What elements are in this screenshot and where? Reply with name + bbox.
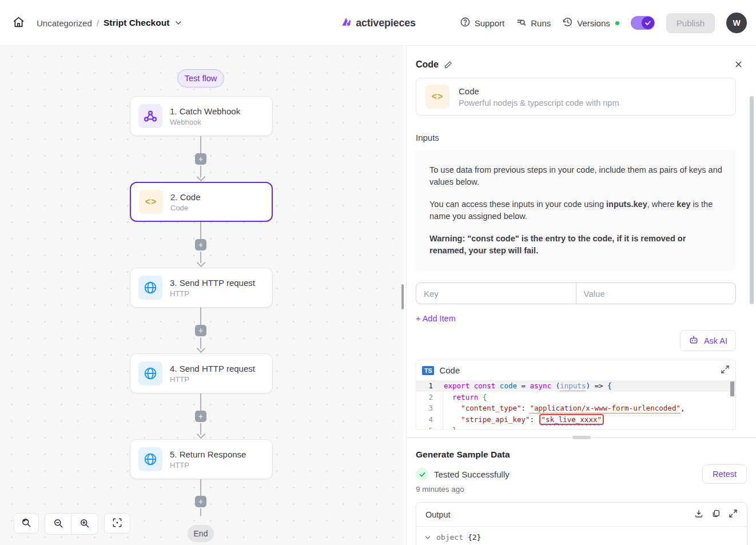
zoom-reset-button[interactable]	[14, 513, 39, 534]
breadcrumb-separator: /	[97, 18, 99, 28]
step-title: 3. Send HTTP request	[170, 278, 255, 288]
canvas-controls	[14, 513, 130, 535]
ask-ai-button[interactable]: Ask AI	[680, 330, 736, 351]
connector-line	[200, 479, 201, 496]
fit-view-button[interactable]	[104, 513, 130, 534]
output-title: Output	[425, 510, 694, 519]
arrow-down-icon	[197, 345, 204, 352]
fit-view-icon	[112, 517, 123, 530]
output-node-count: {2}	[468, 533, 481, 542]
code-editor-block: TS Code 1export const code = async (inpu…	[416, 360, 736, 430]
history-icon	[562, 17, 573, 29]
step-subtitle: HTTP	[170, 289, 255, 298]
publish-button[interactable]: Publish	[666, 13, 715, 33]
versions-label: Versions	[577, 18, 610, 28]
zoom-out-icon	[53, 518, 64, 531]
add-item-link[interactable]: + Add Item	[416, 314, 456, 323]
step-subtitle: HTTP	[170, 375, 255, 384]
step-card-catch-webhook[interactable]: 1. Catch Webhook Webhook	[130, 96, 273, 136]
output-object-row[interactable]: object {2}	[416, 527, 747, 545]
flow-canvas[interactable]: Test flow 1. Catch Webhook Webhook + <> …	[0, 46, 403, 545]
breadcrumb: Uncategorized / Stript Checkout	[37, 18, 183, 28]
step-card-code[interactable]: <> 2. Code Code	[130, 182, 273, 222]
arrow-down-icon	[197, 431, 204, 438]
panel-scrollbar[interactable]	[750, 96, 754, 304]
support-label: Support	[475, 18, 505, 28]
breadcrumb-flow-name[interactable]: Stript Checkout	[104, 18, 169, 28]
globe-icon	[138, 447, 162, 471]
zoom-in-icon	[79, 518, 90, 531]
versions-button[interactable]: Versions	[562, 17, 619, 29]
add-step-button[interactable]: +	[195, 496, 206, 507]
toggle-check-icon	[642, 17, 654, 29]
runs-label: Runs	[531, 18, 551, 28]
home-button[interactable]	[8, 13, 29, 33]
code-editor[interactable]: 1export const code = async (inputs) => {…	[416, 380, 735, 429]
editor-scrollbar[interactable]	[730, 381, 734, 396]
breadcrumb-category[interactable]: Uncategorized	[37, 18, 92, 28]
add-step-button[interactable]: +	[195, 153, 206, 165]
panel-drag-handle[interactable]	[572, 436, 591, 439]
inputs-help-box: To use data from previous steps in your …	[416, 150, 736, 270]
runs-logs-icon	[516, 17, 527, 29]
generate-sample-data-panel: Generate Sample Data Tested Successfully…	[406, 437, 756, 545]
key-input[interactable]	[416, 283, 576, 304]
step-card-http-2[interactable]: 4. Send HTTP request HTTP	[130, 353, 273, 393]
piece-description: Powerful nodejs & typescript code with n…	[459, 98, 619, 108]
zoom-in-button[interactable]	[71, 514, 98, 534]
step-subtitle: Webhook	[170, 118, 240, 126]
value-input[interactable]	[576, 283, 736, 304]
help-paragraph-2: You can access these inputs in your code…	[429, 198, 722, 222]
step-subtitle: HTTP	[170, 461, 246, 470]
copy-output-button[interactable]	[711, 509, 721, 520]
test-flow-button[interactable]: Test flow	[177, 69, 224, 87]
step-settings-scroll-area: Code <> Code Powerful nodejs & typescrip…	[407, 46, 756, 437]
zoom-out-button[interactable]	[45, 514, 71, 534]
flow-end-node: End	[188, 525, 214, 542]
ask-ai-label: Ask AI	[704, 336, 727, 345]
expand-code-button[interactable]	[721, 365, 730, 376]
expand-output-button[interactable]	[729, 509, 738, 520]
download-output-button[interactable]	[694, 509, 703, 520]
support-button[interactable]: Support	[460, 17, 505, 29]
typescript-badge: TS	[422, 366, 434, 375]
code-icon: <>	[425, 85, 449, 109]
arrow-down-icon	[197, 174, 204, 181]
connector-line	[200, 508, 201, 516]
panel-title: Code	[416, 59, 439, 70]
test-timestamp: 9 minutes ago	[416, 485, 747, 494]
avatar[interactable]: W	[726, 13, 747, 33]
piece-info-card: <> Code Powerful nodejs & typescript cod…	[416, 78, 736, 116]
chevron-down-icon	[424, 534, 432, 542]
download-icon	[694, 509, 703, 520]
edit-pencil-icon[interactable]	[444, 61, 452, 69]
code-lines: 1export const code = async (inputs) => {…	[416, 380, 735, 429]
flow-enabled-toggle[interactable]	[631, 16, 655, 30]
runs-button[interactable]: Runs	[516, 17, 551, 29]
expand-icon	[729, 509, 738, 520]
activepieces-logo: activepieces	[340, 0, 416, 46]
robot-icon	[689, 335, 699, 347]
step-subtitle: Code	[170, 204, 201, 212]
add-step-button[interactable]: +	[195, 411, 206, 422]
step-card-return-response[interactable]: 5. Return Response HTTP	[130, 439, 273, 479]
activepieces-logo-icon	[340, 16, 352, 30]
step-card-http-1[interactable]: 3. Send HTTP request HTTP	[130, 268, 273, 308]
add-step-button[interactable]: +	[195, 325, 206, 336]
step-title: 4. Send HTTP request	[170, 364, 255, 373]
step-title: 2. Code	[170, 192, 201, 202]
retest-button[interactable]: Retest	[702, 464, 747, 484]
zoom-reset-icon	[21, 517, 32, 530]
test-status-label: Tested Successfully	[434, 470, 510, 479]
code-editor-title: Code	[439, 365, 715, 375]
logo-wordmark: activepieces	[356, 17, 416, 29]
add-step-button[interactable]: +	[195, 239, 206, 250]
copy-icon	[711, 509, 721, 520]
output-node-type: object	[436, 533, 463, 542]
close-panel-button[interactable]	[734, 59, 743, 71]
globe-icon	[138, 361, 162, 385]
chevron-down-icon[interactable]	[174, 18, 183, 27]
input-pair-row	[416, 283, 736, 304]
panel-resize-handle[interactable]	[401, 284, 404, 309]
help-paragraph-warning: Warning: "const code" is the entry to th…	[429, 233, 722, 256]
